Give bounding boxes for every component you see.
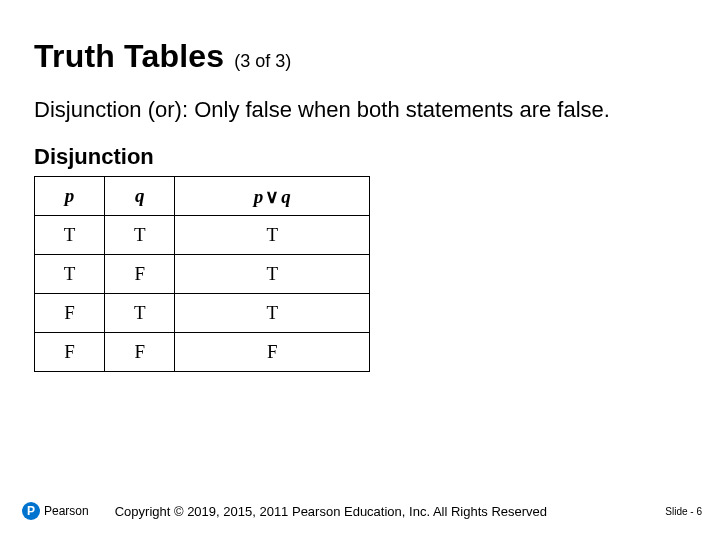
cell-q: T xyxy=(105,216,175,255)
cell-result: T xyxy=(175,255,370,294)
cell-q: F xyxy=(105,255,175,294)
pearson-logo: P Pearson xyxy=(22,502,89,520)
col-header-p: p xyxy=(35,177,105,216)
pearson-logo-icon: P xyxy=(22,502,40,520)
table-row: T T T xyxy=(35,216,370,255)
table-header-row: p q p∨q xyxy=(35,177,370,216)
title-main: Truth Tables xyxy=(34,38,224,75)
cell-p: F xyxy=(35,294,105,333)
table-row: F T T xyxy=(35,294,370,333)
slide-title: Truth Tables (3 of 3) xyxy=(34,38,686,75)
pearson-logo-text: Pearson xyxy=(44,504,89,518)
cell-result: T xyxy=(175,294,370,333)
table-row: F F F xyxy=(35,333,370,372)
subheading: Disjunction xyxy=(34,144,686,170)
cell-result: T xyxy=(175,216,370,255)
cell-p: T xyxy=(35,255,105,294)
title-sub: (3 of 3) xyxy=(234,51,291,72)
col-header-p-or-q: p∨q xyxy=(175,177,370,216)
body-text: Disjunction (or): Only false when both s… xyxy=(34,95,686,124)
cell-q: T xyxy=(105,294,175,333)
slide-content: Truth Tables (3 of 3) Disjunction (or): … xyxy=(0,0,720,372)
slide-number: Slide - 6 xyxy=(665,506,702,517)
cell-result: F xyxy=(175,333,370,372)
or-symbol-icon: ∨ xyxy=(263,185,281,208)
slide-footer: P Pearson Copyright © 2019, 2015, 2011 P… xyxy=(0,502,720,520)
cell-q: F xyxy=(105,333,175,372)
cell-p: T xyxy=(35,216,105,255)
truth-table: p q p∨q T T T T F T xyxy=(34,176,370,372)
header-p: p xyxy=(254,186,264,207)
col-header-q: q xyxy=(105,177,175,216)
table-row: T F T xyxy=(35,255,370,294)
header-q: q xyxy=(281,186,291,207)
slide: Truth Tables (3 of 3) Disjunction (or): … xyxy=(0,0,720,540)
copyright-text: Copyright © 2019, 2015, 2011 Pearson Edu… xyxy=(115,504,666,519)
cell-p: F xyxy=(35,333,105,372)
